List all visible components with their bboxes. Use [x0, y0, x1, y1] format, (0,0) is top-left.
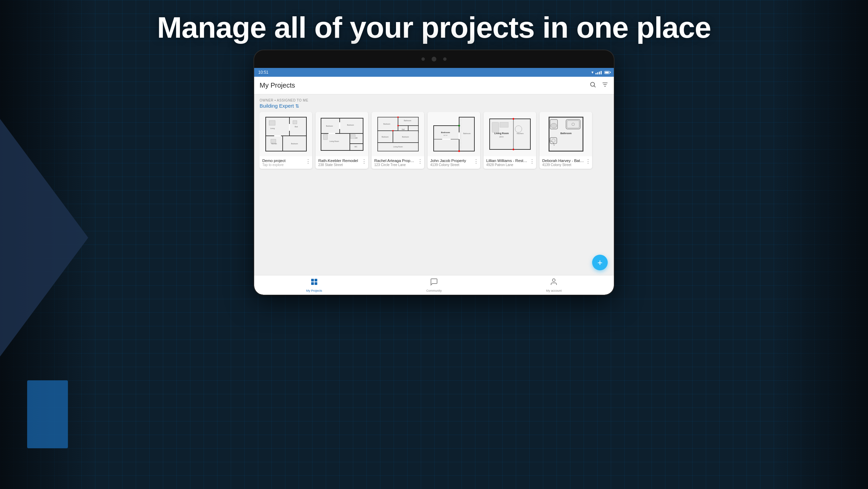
svg-point-58 [458, 125, 460, 127]
nav-icon-my-account [550, 278, 558, 288]
svg-rect-33 [351, 134, 355, 139]
svg-point-69 [512, 118, 514, 120]
nav-label-my-account: My account [546, 289, 562, 292]
project-name-4: Lillian Williams - Restora... [486, 159, 533, 163]
camera-right [443, 57, 447, 61]
svg-text:WC: WC [354, 146, 357, 148]
page-heading: Manage all of your projects in one place [0, 10, 868, 45]
svg-text:Bedroom: Bedroom [381, 136, 388, 138]
svg-text:Bedroom: Bedroom [402, 136, 409, 138]
camera-center [432, 57, 436, 61]
svg-text:Bathroom: Bathroom [560, 132, 571, 134]
decorative-triangle [0, 119, 88, 357]
svg-rect-72 [566, 120, 580, 129]
nav-icon-my-projects [310, 278, 318, 288]
svg-text:Kitchen: Kitchen [516, 132, 523, 134]
project-address-2: 123 Circle Tree Lane [374, 163, 421, 167]
battery-fill [605, 72, 609, 73]
header-actions [589, 81, 608, 90]
filter-row: OWNER • ASSIGNED TO ME Building Expert ⇅ [260, 98, 608, 109]
svg-rect-12 [269, 121, 275, 125]
svg-text:Bedroom: Bedroom [441, 131, 450, 133]
content-area: OWNER • ASSIGNED TO ME Building Expert ⇅ [254, 94, 614, 275]
project-info-2: Rachel Arteaga Property 123 Circle Tree … [372, 156, 424, 169]
fab-add-button[interactable]: + [592, 255, 608, 270]
project-info-3: John Jacob Property 4139 Colony Street ⋮ [428, 156, 480, 169]
project-card-0[interactable]: Living Bed Kitchen Bedroom Demo project … [260, 112, 312, 169]
project-menu-btn-3[interactable]: ⋮ [473, 158, 479, 165]
filter-icon[interactable] [602, 81, 608, 90]
svg-text:617 ft²: 617 ft² [444, 134, 448, 136]
project-address-4: 4928 Patron Lane [486, 163, 533, 167]
fab-plus-icon: + [597, 257, 602, 268]
project-thumbnail-1: Bedroom Bedroom Living Room Bath WC [316, 112, 368, 156]
tablet-device: 10:51 ▾ My Projects [254, 50, 614, 295]
svg-text:Living: Living [270, 127, 275, 129]
status-time: 10:51 [258, 70, 268, 75]
project-info-5: Deborah Harvey - Bathro... 4139 Colony S… [540, 156, 592, 169]
svg-point-49 [397, 125, 399, 126]
tablet-top-bar [254, 50, 614, 68]
tablet-screen: 10:51 ▾ My Projects [254, 68, 614, 295]
bottom-nav: My Projects Community My account [254, 275, 614, 295]
svg-text:Hall: Hall [401, 128, 404, 130]
app-title: My Projects [260, 82, 295, 89]
project-info-4: Lillian Williams - Restora... 4928 Patro… [484, 156, 536, 169]
project-card-4[interactable]: Living Room 264 ft² Kitchen [484, 112, 536, 169]
project-address-5: 4139 Colony Street [542, 163, 589, 167]
project-info-1: Rath-Keebler Remodel 238 State Street ⋮ [316, 156, 368, 169]
svg-rect-83 [311, 282, 314, 285]
svg-point-76 [551, 123, 557, 128]
nav-item-my-account[interactable]: My account [494, 276, 614, 294]
signal-bars [596, 70, 602, 74]
svg-point-70 [512, 149, 514, 150]
svg-text:Bedroom: Bedroom [291, 143, 298, 145]
nav-item-my-projects[interactable]: My Projects [254, 276, 374, 294]
svg-text:Kitchen: Kitchen [271, 143, 277, 145]
svg-rect-82 [315, 279, 317, 282]
battery-icon [604, 71, 610, 74]
svg-rect-77 [550, 138, 557, 144]
filter-selector[interactable]: Building Expert ⇅ [260, 103, 608, 109]
svg-text:Bedroom: Bedroom [383, 123, 390, 125]
project-menu-btn-5[interactable]: ⋮ [585, 158, 591, 165]
project-card-5[interactable]: Bathroom Deborah Harvey - Bathro... 4139… [540, 112, 592, 169]
project-info-0: Demo project Tap to explore ⋮ [260, 156, 312, 169]
project-thumbnail-3: Bedroom 617 ft² Bathroom [428, 112, 480, 156]
decorative-blue-block [27, 380, 68, 448]
project-card-2[interactable]: Bedroom Bathroom Hall Bedroom Bedroom Li… [372, 112, 424, 169]
svg-text:Living Room: Living Room [393, 146, 403, 148]
project-name-1: Rath-Keebler Remodel [318, 159, 365, 163]
svg-text:Living Room: Living Room [329, 140, 339, 142]
project-menu-btn-1[interactable]: ⋮ [361, 158, 367, 165]
filter-arrows-icon: ⇅ [295, 103, 299, 109]
svg-rect-32 [323, 134, 327, 140]
project-thumbnail-5: Bathroom [540, 112, 592, 156]
wifi-icon: ▾ [591, 70, 593, 75]
app-header: My Projects [254, 77, 614, 94]
svg-line-1 [594, 86, 596, 87]
nav-label-my-projects: My Projects [306, 289, 322, 292]
project-address-3: 4139 Colony Street [430, 163, 477, 167]
project-thumbnail-0: Living Bed Kitchen Bedroom [260, 112, 312, 156]
filter-selected-value: Building Expert [260, 103, 294, 109]
project-menu-btn-0[interactable]: ⋮ [305, 158, 311, 165]
project-card-1[interactable]: Bedroom Bedroom Living Room Bath WC Rath… [316, 112, 368, 169]
project-name-2: Rachel Arteaga Property [374, 159, 421, 163]
project-menu-btn-4[interactable]: ⋮ [529, 158, 535, 165]
svg-rect-67 [500, 122, 508, 127]
nav-label-community: Community [426, 289, 442, 292]
project-name-3: John Jacob Property [430, 159, 477, 163]
svg-text:Bathroom: Bathroom [463, 132, 471, 134]
project-thumbnail-2: Bedroom Bathroom Hall Bedroom Bedroom Li… [372, 112, 424, 156]
search-icon[interactable] [589, 81, 596, 90]
nav-item-community[interactable]: Community [374, 276, 494, 294]
svg-rect-81 [311, 279, 314, 282]
svg-text:Bathroom: Bathroom [404, 120, 411, 122]
project-card-3[interactable]: Bedroom 617 ft² Bathroom John Jacob Prop… [428, 112, 480, 169]
project-menu-btn-2[interactable]: ⋮ [417, 158, 423, 165]
svg-point-0 [590, 82, 595, 86]
project-thumbnail-4: Living Room 264 ft² Kitchen [484, 112, 536, 156]
filter-label: OWNER • ASSIGNED TO ME [260, 98, 608, 102]
svg-point-59 [458, 150, 460, 152]
